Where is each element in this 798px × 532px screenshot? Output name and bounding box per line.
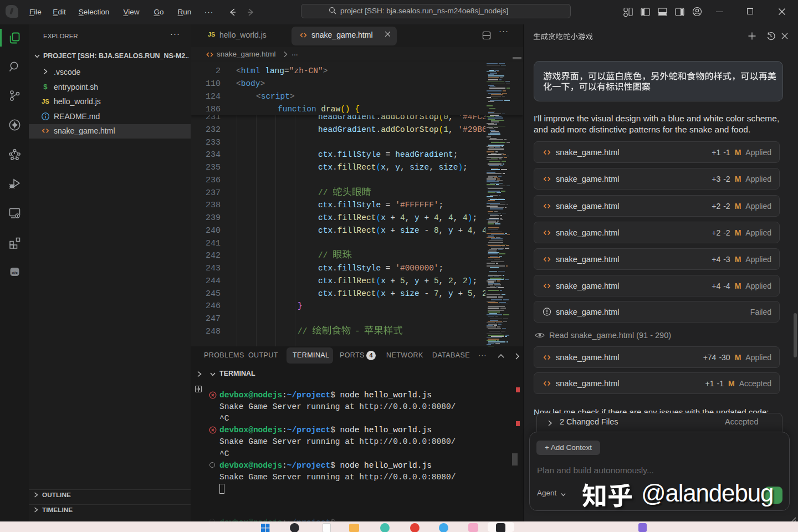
svg-text:</>: </>	[11, 270, 18, 275]
